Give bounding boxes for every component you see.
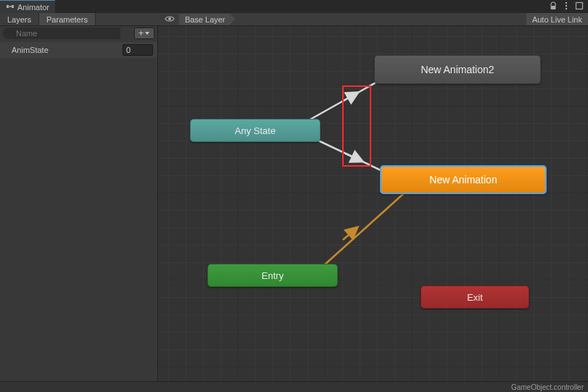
tab-layers[interactable]: Layers [0, 13, 39, 25]
asset-path: GameObject.controller [511, 383, 584, 391]
maximize-icon[interactable] [575, 1, 584, 12]
svg-point-4 [566, 1, 567, 3]
parameter-name: AnimState [4, 46, 123, 54]
lock-icon[interactable] [549, 1, 558, 12]
svg-rect-3 [551, 6, 556, 9]
tab-parameters[interactable]: Parameters [39, 13, 96, 25]
parameter-value-field[interactable]: 0 [123, 44, 153, 56]
breadcrumb[interactable]: Base Layer [179, 14, 236, 25]
tab-title: Animator [17, 3, 49, 12]
svg-line-12 [342, 95, 354, 101]
animator-tab[interactable]: Animator [0, 0, 55, 13]
node-new-animation2[interactable]: New Animation2 [374, 55, 541, 84]
svg-point-8 [168, 17, 171, 20]
add-parameter-button[interactable]: + [134, 28, 154, 39]
svg-rect-0 [7, 5, 9, 8]
svg-rect-7 [576, 2, 583, 9]
node-exit[interactable]: Exit [421, 285, 529, 309]
eye-icon[interactable] [165, 14, 175, 25]
parameter-row[interactable]: AnimState 0 [0, 42, 157, 58]
animator-graph[interactable]: Any State New Animation2 New Animation E… [158, 26, 588, 381]
node-new-animation[interactable]: New Animation [380, 165, 547, 194]
parameter-search-input[interactable] [3, 28, 120, 39]
node-entry[interactable]: Entry [207, 264, 338, 287]
svg-point-2 [9, 6, 11, 7]
svg-line-14 [346, 154, 358, 159]
status-bar: GameObject.controller [0, 381, 588, 392]
svg-rect-1 [12, 5, 14, 8]
svg-point-6 [566, 7, 567, 9]
animator-icon [6, 2, 15, 12]
node-any-state[interactable]: Any State [190, 119, 320, 142]
svg-line-16 [343, 230, 354, 240]
kebab-icon[interactable] [562, 1, 571, 12]
svg-point-5 [566, 4, 567, 6]
parameters-panel: + AnimState 0 [0, 26, 158, 381]
svg-line-15 [318, 193, 405, 271]
auto-live-link-button[interactable]: Auto Live Link [526, 13, 588, 25]
highlight-box [342, 86, 371, 167]
